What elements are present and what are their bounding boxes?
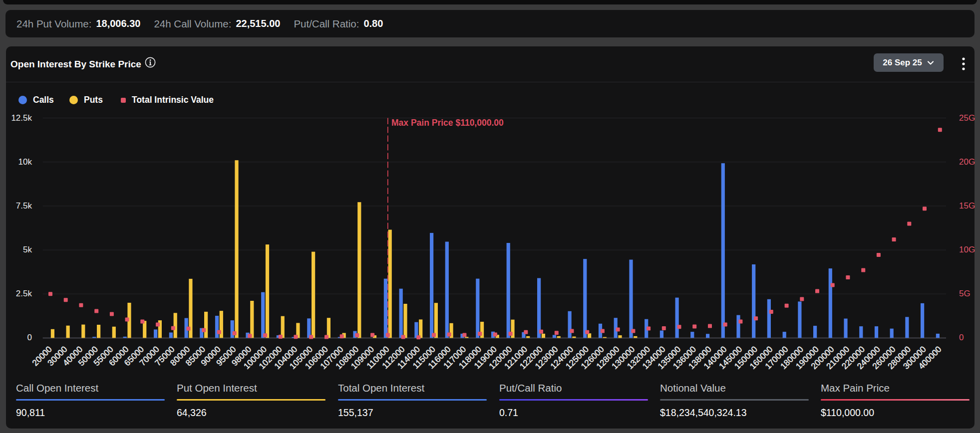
svg-text:2.5k: 2.5k — [16, 289, 32, 298]
svg-text:0: 0 — [27, 333, 32, 342]
svg-text:10k: 10k — [18, 157, 32, 167]
svg-text:Max Pain Price $110,000.00: Max Pain Price $110,000.00 — [391, 118, 504, 128]
svg-text:12.5k: 12.5k — [11, 113, 32, 123]
svg-text:5G: 5G — [959, 289, 971, 298]
svg-text:20G: 20G — [959, 157, 975, 167]
svg-text:15G: 15G — [959, 201, 975, 211]
svg-text:7.5k: 7.5k — [16, 201, 32, 211]
svg-text:10G: 10G — [959, 245, 975, 254]
svg-text:25G: 25G — [959, 113, 975, 123]
svg-text:5k: 5k — [23, 245, 32, 254]
svg-text:0: 0 — [959, 333, 964, 342]
